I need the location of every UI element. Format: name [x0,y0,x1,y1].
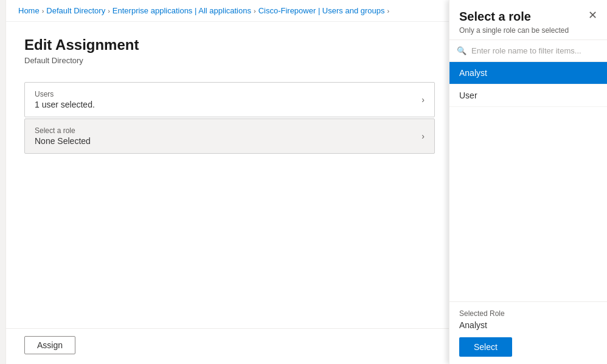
selected-role-section: Selected Role Analyst Select [449,301,607,364]
assign-button[interactable]: Assign [24,336,75,354]
breadcrumb-enterprise-apps[interactable]: Enterprise applications | All applicatio… [113,6,251,15]
search-icon: 🔍 [457,46,467,55]
role-chevron-icon: › [421,131,425,141]
selected-role-value: Analyst [459,320,597,330]
panel-title: Select a role [459,10,597,24]
role-item[interactable]: Analyst [449,62,607,84]
breadcrumb-home[interactable]: Home [18,6,40,15]
select-role-panel: Select a role Only a single role can be … [449,0,607,364]
breadcrumb-default-directory[interactable]: Default Directory [46,6,105,15]
role-label: Select a role [35,126,91,135]
breadcrumb-sep-2: › [108,7,110,15]
page-title: Edit Assignment [24,36,435,53]
role-value: None Selected [35,136,91,146]
breadcrumb-sep-3: › [254,7,256,15]
search-container: 🔍 [449,40,607,62]
role-section-row[interactable]: Select a role None Selected › [24,118,435,154]
main-content: Edit Assignment Default Directory Users … [6,22,453,362]
page-subtitle: Default Directory [24,56,435,65]
breadcrumb-sep-4: › [387,7,389,15]
users-value: 1 user selected. [35,100,95,109]
breadcrumb-cisco-firepower[interactable]: Cisco-Firepower | Users and groups [258,6,385,15]
users-chevron-icon: › [421,95,425,105]
bottom-bar: Assign [6,328,453,362]
panel-close-button[interactable]: ✕ [586,7,600,23]
breadcrumb-sep-1: › [42,7,44,15]
users-label: Users [35,90,95,98]
panel-header: Select a role Only a single role can be … [449,0,607,40]
left-sidebar [0,0,6,364]
panel-subtitle: Only a single role can be selected [459,26,597,35]
role-list: AnalystUser [449,62,607,301]
role-item[interactable]: User [449,84,607,107]
select-button[interactable]: Select [459,337,512,357]
role-search-input[interactable] [471,46,600,55]
users-section-row[interactable]: Users 1 user selected. › [24,82,435,117]
selected-role-label: Selected Role [459,309,597,318]
